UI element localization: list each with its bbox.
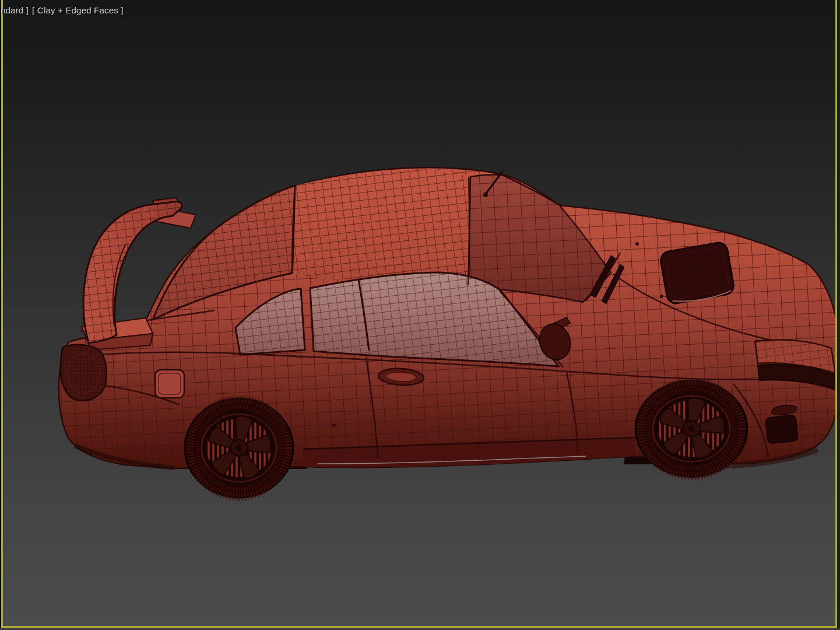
screen-edge-left <box>0 0 1 630</box>
rear-wheel[interactable] <box>185 398 293 498</box>
perspective-viewport[interactable]: ndard ][ Clay + Edged Faces ] <box>0 0 840 630</box>
viewport-style-label-truncated[interactable]: ndard ] <box>1 5 29 15</box>
screen-edge-right <box>837 0 840 630</box>
car-model[interactable] <box>59 167 838 498</box>
hood-vent-panel[interactable] <box>659 242 735 306</box>
active-viewport-border-left <box>1 0 3 628</box>
viewport-shading-label[interactable]: [ Clay + Edged Faces ] <box>32 5 124 15</box>
tail-light[interactable] <box>61 345 107 401</box>
front-wheel[interactable] <box>635 381 747 477</box>
roof-panel[interactable] <box>293 169 470 286</box>
scene-canvas[interactable] <box>0 0 840 630</box>
fuel-filler-door[interactable] <box>155 370 184 398</box>
viewport-label: ndard ][ Clay + Edged Faces ] <box>1 5 127 16</box>
